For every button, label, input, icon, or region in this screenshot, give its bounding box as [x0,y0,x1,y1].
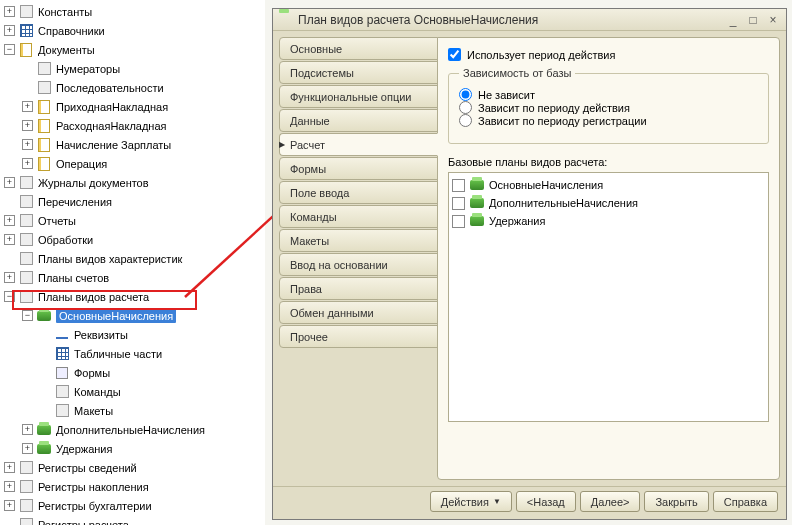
tree-item[interactable]: +РасходнаяНакладная [0,116,265,135]
list-checkbox[interactable] [452,197,465,210]
dialog-titlebar[interactable]: План видов расчета ОсновныеНачисления _ … [273,9,786,31]
tab-ввод на основании[interactable]: Ввод на основании [279,253,438,276]
tree-item-icon [36,118,52,134]
tree-item-label: Журналы документов [38,177,149,189]
expand-toggle[interactable]: + [4,272,15,283]
list-item[interactable]: Удержания [452,212,765,230]
tab-расчет[interactable]: Расчет [279,133,438,156]
tab-команды[interactable]: Команды [279,205,438,228]
list-checkbox[interactable] [452,179,465,192]
expand-toggle[interactable]: + [22,158,33,169]
tree-item[interactable]: Нумераторы [0,59,265,78]
expand-toggle[interactable]: + [4,234,15,245]
footer-button[interactable]: Действия▼ [430,491,512,512]
base-plans-list[interactable]: ОсновныеНачисленияДополнительныеНачислен… [448,172,769,422]
tab-поле ввода[interactable]: Поле ввода [279,181,438,204]
list-item[interactable]: ОсновныеНачисления [452,176,765,194]
config-tree[interactable]: +Константы+Справочники−ДокументыНумерато… [0,0,265,525]
tree-item[interactable]: Перечисления [0,192,265,211]
tree-item[interactable]: +ДополнительныеНачисления [0,420,265,439]
tree-item-label: Операция [56,158,107,170]
tree-item[interactable]: +Справочники [0,21,265,40]
tab-основные[interactable]: Основные [279,37,438,60]
list-checkbox[interactable] [452,215,465,228]
radio-dependency[interactable] [459,101,472,114]
tree-item[interactable]: Регистры расчета [0,515,265,525]
expand-toggle[interactable]: + [4,6,15,17]
expand-toggle[interactable]: + [4,25,15,36]
expand-toggle[interactable]: + [4,481,15,492]
tree-item-label: Макеты [74,405,113,417]
use-period-checkbox[interactable] [448,48,461,61]
tree-item[interactable]: +Константы [0,2,265,21]
tab-подсистемы[interactable]: Подсистемы [279,61,438,84]
tree-item-icon [18,479,34,495]
expand-toggle[interactable]: + [22,120,33,131]
tree-item[interactable]: +Отчеты [0,211,265,230]
tree-item-icon [54,365,70,381]
tree-item[interactable]: Формы [0,363,265,382]
tab-обмен данными[interactable]: Обмен данными [279,301,438,324]
radio-dependency[interactable] [459,88,472,101]
radio-dependency[interactable] [459,114,472,127]
tree-item[interactable]: +Обработки [0,230,265,249]
tree-item[interactable]: Макеты [0,401,265,420]
tab-данные[interactable]: Данные [279,109,438,132]
tree-item[interactable]: +Удержания [0,439,265,458]
tree-item-label: Перечисления [38,196,112,208]
tree-item[interactable]: +Операция [0,154,265,173]
tab-формы[interactable]: Формы [279,157,438,180]
dependency-fieldset: Зависимость от базы Не зависитЗависит по… [448,73,769,144]
tab-макеты[interactable]: Макеты [279,229,438,252]
expand-toggle[interactable]: + [4,177,15,188]
footer-button[interactable]: <Назад [516,491,576,512]
tree-item-icon [54,346,70,362]
dialog-icon [277,12,293,28]
footer-button[interactable]: Закрыть [644,491,708,512]
expand-toggle[interactable]: + [22,101,33,112]
expand-toggle[interactable]: + [22,443,33,454]
list-item-label: ДополнительныеНачисления [489,197,638,209]
tab-права[interactable]: Права [279,277,438,300]
fieldset-legend: Зависимость от базы [459,67,575,79]
tree-item-label: Регистры бухгалтерии [38,500,152,512]
tree-item[interactable]: −ОсновныеНачисления [0,306,265,325]
list-item[interactable]: ДополнительныеНачисления [452,194,765,212]
tree-item[interactable]: Табличные части [0,344,265,363]
list-item-icon [469,195,485,211]
maximize-button[interactable]: □ [744,12,762,28]
tree-item[interactable]: +Журналы документов [0,173,265,192]
expand-toggle[interactable]: − [4,44,15,55]
tree-item[interactable]: Планы видов характеристик [0,249,265,268]
expand-toggle[interactable]: + [4,215,15,226]
expand-toggle[interactable]: + [4,500,15,511]
tree-item[interactable]: +Регистры накопления [0,477,265,496]
tree-item-label: Константы [38,6,92,18]
close-button[interactable]: × [764,12,782,28]
tree-item[interactable]: Реквизиты [0,325,265,344]
tree-item[interactable]: +Планы счетов [0,268,265,287]
tree-item-label: Обработки [38,234,93,246]
tab-функциональные опции[interactable]: Функциональные опции [279,85,438,108]
expand-toggle[interactable]: + [22,424,33,435]
tree-item[interactable]: Команды [0,382,265,401]
tree-item[interactable]: −Документы [0,40,265,59]
tree-item[interactable]: +Начисление Зарплаты [0,135,265,154]
tree-item[interactable]: −Планы видов расчета [0,287,265,306]
tree-item-label: Последовательности [56,82,164,94]
tree-item-label: Планы счетов [38,272,109,284]
expand-toggle[interactable]: − [4,291,15,302]
expand-toggle[interactable]: + [22,139,33,150]
tab-прочее[interactable]: Прочее [279,325,438,348]
tree-item[interactable]: Последовательности [0,78,265,97]
expand-toggle[interactable]: − [22,310,33,321]
tree-item[interactable]: +Регистры бухгалтерии [0,496,265,515]
tree-item-icon [18,460,34,476]
footer-button[interactable]: Справка [713,491,778,512]
expand-toggle[interactable]: + [4,462,15,473]
tree-item-icon [18,232,34,248]
minimize-button[interactable]: _ [724,12,742,28]
tree-item[interactable]: +ПриходнаяНакладная [0,97,265,116]
footer-button[interactable]: Далее> [580,491,641,512]
tree-item[interactable]: +Регистры сведений [0,458,265,477]
